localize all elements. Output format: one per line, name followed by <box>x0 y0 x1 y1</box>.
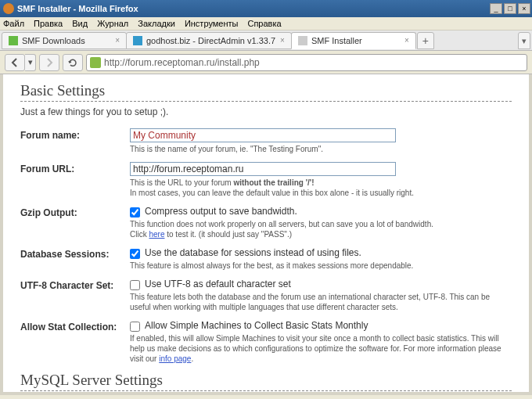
forum-name-help: This is the name of your forum, ie. "The… <box>130 144 512 154</box>
forum-name-label: Forum name: <box>20 128 130 154</box>
tab-close-icon[interactable]: × <box>110 36 120 45</box>
forum-url-help: This is the URL to your forum without th… <box>130 178 512 198</box>
utf8-label: UTF-8 Character Set: <box>20 279 130 312</box>
tabs-dropdown-button[interactable]: ▾ <box>518 32 530 49</box>
tab-label: godhost.biz - DirectAdmin v1.33.7 <box>146 36 275 45</box>
maximize-button[interactable]: □ <box>504 3 516 14</box>
menu-view[interactable]: Вид <box>72 19 88 28</box>
tab-close-icon[interactable]: × <box>275 36 285 45</box>
menubar: Файл Правка Вид Журнал Закладки Инструме… <box>0 17 532 31</box>
menu-tools[interactable]: Инструменты <box>185 19 239 28</box>
utf8-check-label: Use UTF-8 as default character set <box>145 279 291 289</box>
address-bar[interactable] <box>86 54 527 71</box>
page-favicon-icon <box>298 36 307 45</box>
page-content: Basic Settings Just a few things for you… <box>3 74 529 392</box>
close-button[interactable]: × <box>518 3 530 14</box>
url-input[interactable] <box>104 57 523 68</box>
menu-file[interactable]: Файл <box>3 19 24 28</box>
forum-name-input[interactable] <box>130 128 396 142</box>
new-tab-button[interactable]: + <box>417 32 434 49</box>
forum-url-input[interactable] <box>130 162 396 176</box>
gzip-checkbox[interactable] <box>130 207 140 217</box>
tab-godhost[interactable]: godhost.biz - DirectAdmin v1.33.7 × <box>126 32 292 49</box>
forum-url-label: Forum URL: <box>20 162 130 198</box>
directadmin-favicon-icon <box>133 36 142 45</box>
dbsess-label: Database Sessions: <box>20 247 130 271</box>
stats-checkbox[interactable] <box>130 322 140 332</box>
minimize-button[interactable]: _ <box>490 3 502 14</box>
gzip-test-link[interactable]: here <box>149 230 164 239</box>
stats-check-label: Allow Simple Machines to Collect Basic S… <box>145 320 368 331</box>
tab-label: SMF Installer <box>311 36 362 45</box>
dbsess-check-label: Use the database for sessions instead of… <box>145 247 361 258</box>
back-arrow-icon <box>10 58 20 67</box>
utf8-help: This feature lets both the database and … <box>130 292 512 312</box>
stats-info-link[interactable]: info page <box>159 354 191 363</box>
menu-help[interactable]: Справка <box>247 19 281 28</box>
window-title: SMF Installer - Mozilla Firefox <box>17 4 488 13</box>
tab-smf-installer[interactable]: SMF Installer × <box>291 32 416 49</box>
back-history-dropdown[interactable]: ▾ <box>25 54 36 71</box>
nav-toolbar: ▾ <box>0 51 532 74</box>
gzip-label: Gzip Output: <box>20 206 130 239</box>
menu-edit[interactable]: Правка <box>34 19 63 28</box>
reload-icon <box>68 58 77 67</box>
app-favicon-icon <box>3 3 14 14</box>
menu-bookmarks[interactable]: Закладки <box>138 19 175 28</box>
browser-viewport: Basic Settings Just a few things for you… <box>0 74 532 395</box>
reload-button[interactable] <box>63 54 83 71</box>
smf-favicon-icon <box>9 36 18 45</box>
dbsess-help: This feature is almost always for the be… <box>130 261 512 271</box>
utf8-checkbox[interactable] <box>130 280 140 290</box>
gzip-help: This function does not work properly on … <box>130 219 512 239</box>
back-button[interactable] <box>5 54 25 71</box>
basic-settings-heading: Basic Settings <box>20 82 512 102</box>
stats-help: If enabled, this will allow Simple Machi… <box>130 333 512 364</box>
forward-arrow-icon <box>45 58 54 67</box>
gzip-check-label: Compress output to save bandwidth. <box>145 206 297 217</box>
stats-label: Allow Stat Collection: <box>20 320 130 364</box>
mysql-settings-heading: MySQL Server Settings <box>20 372 512 391</box>
window-titlebar: SMF Installer - Mozilla Firefox _ □ × <box>0 0 532 17</box>
tab-close-icon[interactable]: × <box>400 36 409 45</box>
tab-smf-downloads[interactable]: SMF Downloads × <box>2 32 127 49</box>
tab-label: SMF Downloads <box>22 36 85 45</box>
basic-settings-intro: Just a few things for you to setup ;). <box>20 106 512 117</box>
menu-journal[interactable]: Журнал <box>97 19 128 28</box>
site-identity-icon[interactable] <box>90 57 101 68</box>
tab-strip: SMF Downloads × godhost.biz - DirectAdmi… <box>0 31 532 51</box>
forward-button[interactable] <box>39 54 59 71</box>
dbsess-checkbox[interactable] <box>130 249 140 259</box>
